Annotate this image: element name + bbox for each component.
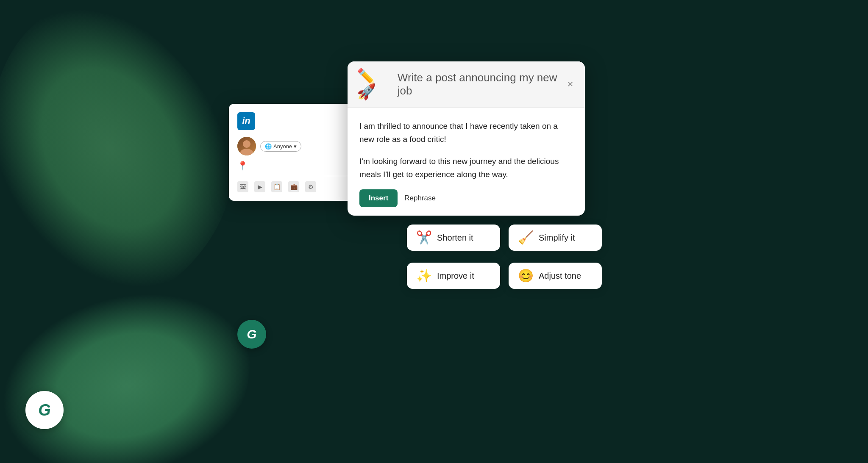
doc-action[interactable]: 📋 <box>271 181 282 192</box>
post-controls: 🌐 Anyone ▾ <box>237 137 356 155</box>
linkedin-card: in 🌐 Anyone ▾ 📍 🖼 ▶ 📋 💼 ⚙ <box>229 104 364 201</box>
improve-chip[interactable]: ✨ Improve it <box>407 263 500 289</box>
audience-dropdown[interactable]: 🌐 Anyone ▾ <box>260 141 301 152</box>
grammarly-badge-small[interactable]: G <box>237 320 266 349</box>
pin-icon: 📍 <box>237 161 356 171</box>
insert-button[interactable]: Insert <box>359 189 398 207</box>
post-actions: 🖼 ▶ 📋 💼 ⚙ <box>237 181 356 192</box>
globe-icon: 🌐 <box>265 143 272 150</box>
grammarly-badge-main[interactable]: G <box>25 391 64 429</box>
ai-action-row: Insert Rephrase <box>359 189 573 207</box>
linkedin-header: in <box>237 112 356 130</box>
post-divider <box>237 176 356 176</box>
grammarly-logo-main: G <box>38 402 51 418</box>
photo-action[interactable]: 🖼 <box>237 181 248 192</box>
adjust-tone-chip[interactable]: 😊 Adjust tone <box>509 263 602 289</box>
simplify-chip[interactable]: 🧹 Simplify it <box>509 225 602 251</box>
chips-row-1: ✂️ Shorten it 🧹 Simplify it <box>407 225 602 251</box>
adjust-tone-icon: 😊 <box>518 269 534 282</box>
prompt-text: Write a post announcing my new job <box>398 71 559 97</box>
ai-panel: ✏️🚀 Write a post announcing my new job ✕… <box>348 61 585 216</box>
job-action[interactable]: 💼 <box>288 181 299 192</box>
linkedin-logo: in <box>237 112 255 130</box>
grammarly-logo-small: G <box>247 328 256 341</box>
improve-icon: ✨ <box>416 269 432 282</box>
avatar <box>237 137 256 155</box>
audience-label: Anyone <box>273 143 292 150</box>
shorten-label: Shorten it <box>437 233 473 243</box>
ai-paragraph-1: I am thrilled to announce that I have re… <box>359 119 573 146</box>
ai-content: I am thrilled to announce that I have re… <box>348 108 585 216</box>
dropdown-arrow: ▾ <box>294 143 297 150</box>
close-button[interactable]: ✕ <box>565 78 576 90</box>
prompt-emoji: ✏️🚀 <box>357 69 392 100</box>
more-action[interactable]: ⚙ <box>305 181 316 192</box>
shorten-icon: ✂️ <box>416 231 432 244</box>
video-action[interactable]: ▶ <box>254 181 265 192</box>
improve-label: Improve it <box>437 271 474 281</box>
adjust-tone-label: Adjust tone <box>539 271 581 281</box>
shorten-chip[interactable]: ✂️ Shorten it <box>407 225 500 251</box>
ai-paragraph-2: I'm looking forward to this new journey … <box>359 155 573 181</box>
rephrase-button[interactable]: Rephrase <box>404 194 436 202</box>
ai-prompt-bar: ✏️🚀 Write a post announcing my new job ✕ <box>348 61 585 108</box>
chips-row-2: ✨ Improve it 😊 Adjust tone <box>407 263 602 289</box>
simplify-icon: 🧹 <box>518 231 534 244</box>
simplify-label: Simplify it <box>539 233 575 243</box>
